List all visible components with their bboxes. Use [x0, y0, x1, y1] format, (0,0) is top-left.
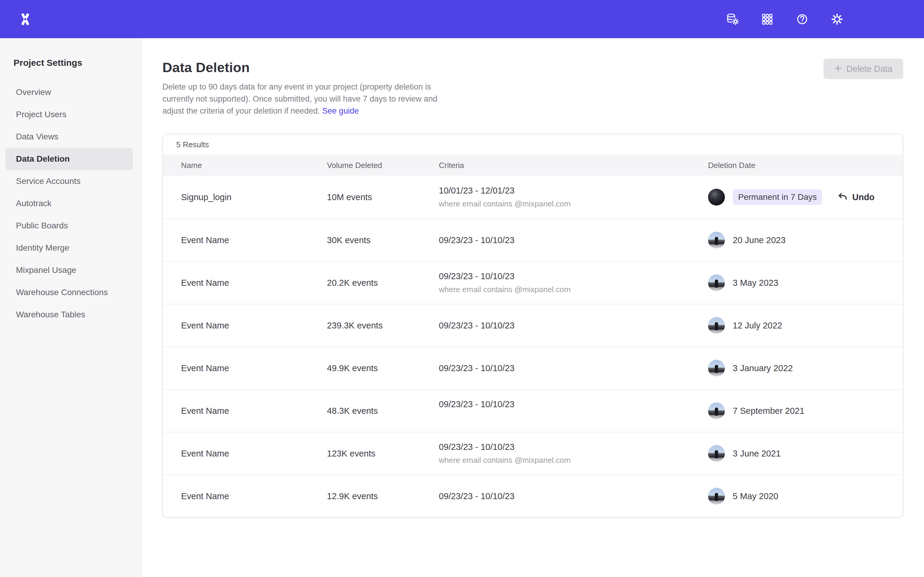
page-title: Data Deletion [162, 59, 924, 76]
description-line: adjust the criteria of your deletion if … [162, 105, 924, 117]
row-event-name: Event Name [181, 321, 327, 330]
sidebar-item-service-accounts[interactable]: Service Accounts [5, 170, 133, 192]
help-icon[interactable] [795, 12, 809, 26]
person-silhouette [715, 322, 718, 330]
avatar [708, 445, 725, 462]
row-criteria-range: 09/23/23 - 10/10/23 [439, 271, 515, 281]
project-settings-sidebar: Project Settings OverviewProject UsersDa… [0, 38, 141, 577]
row-event-name: Event Name [181, 449, 327, 459]
sidebar-item-public-boards[interactable]: Public Boards [5, 214, 133, 237]
row-criteria-range: 09/23/23 - 10/10/23 [439, 235, 515, 245]
sidebar-item-warehouse-tables[interactable]: Warehouse Tables [5, 303, 133, 326]
row-criteria: 09/23/23 - 10/10/23 where email contains… [439, 442, 708, 465]
deletion-date-text: 20 June 2023 [733, 235, 786, 245]
row-criteria-range: 09/23/23 - 10/10/23 [439, 442, 515, 452]
avatar [708, 488, 725, 504]
person-silhouette [715, 493, 718, 501]
description-line: Delete up to 90 days data for any event … [162, 81, 924, 93]
row-volume-deleted: 12.9K events [327, 492, 439, 501]
row-volume-deleted: 239.3K events [327, 321, 439, 330]
undo-button[interactable]: Undo [838, 192, 874, 202]
row-volume-deleted: 49.9K events [327, 363, 439, 373]
deletion-date-text: 3 May 2023 [733, 278, 779, 288]
row-deletion-date: 3 January 2022 [708, 360, 903, 377]
undo-label: Undo [852, 192, 874, 202]
row-volume-deleted: 10M events [327, 192, 439, 202]
row-deletion-date: 20 June 2023 [708, 232, 903, 248]
sidebar-item-warehouse-connections[interactable]: Warehouse Connections [5, 281, 133, 303]
row-deletion-date: 12 July 2022 [708, 317, 903, 334]
sidebar-item-autotrack[interactable]: Autotrack [5, 192, 133, 214]
avatar [708, 232, 725, 248]
topbar-icon-group [725, 0, 844, 38]
table-row: Event Name 20.2K events 09/23/23 - 10/10… [163, 261, 903, 304]
status-badge: Permanent in 7 Days [733, 189, 822, 205]
row-criteria: 09/23/23 - 10/10/23 [439, 321, 708, 330]
row-deletion-date: 3 May 2023 [708, 274, 903, 291]
row-event-name: Event Name [181, 363, 327, 373]
row-deletion-date: 5 May 2020 [708, 488, 903, 504]
table-row: Signup_login 10M events 10/01/23 - 12/01… [163, 176, 903, 219]
row-criteria: 10/01/23 - 12/01/23 where email contains… [439, 186, 708, 209]
column-header-deletion-date: Deletion Date [708, 161, 903, 170]
sidebar-item-project-users[interactable]: Project Users [5, 103, 133, 126]
page-description: Delete up to 90 days data for any event … [162, 81, 924, 117]
apps-grid-icon[interactable] [760, 12, 774, 26]
row-criteria-range: 09/23/23 - 10/10/23 [439, 363, 515, 373]
sidebar-item-identity-merge[interactable]: Identity Merge [5, 237, 133, 259]
avatar [708, 360, 725, 377]
column-header-criteria: Criteria [439, 161, 708, 170]
undo-icon [838, 192, 848, 202]
delete-data-button[interactable]: + Delete Data [824, 59, 903, 79]
row-criteria-filter: where email contains @mixpanel.com [439, 455, 570, 465]
avatar [708, 402, 725, 419]
sidebar-title: Project Settings [13, 57, 141, 68]
avatar [708, 274, 725, 291]
row-criteria: 09/23/23 - 10/10/23 [439, 363, 708, 373]
row-event-name: Event Name [181, 235, 327, 245]
sidebar-item-data-views[interactable]: Data Views [5, 126, 133, 148]
table-row: Event Name 49.9K events 09/23/23 - 10/10… [163, 347, 903, 389]
table-header-row: Name Volume Deleted Criteria Deletion Da… [163, 155, 903, 176]
delete-data-button-label: Delete Data [846, 64, 892, 74]
row-criteria-filter: where email contains @mixpanel.com [439, 284, 570, 295]
row-criteria: 09/23/23 - 10/10/23 [439, 400, 708, 422]
row-deletion-date: 7 September 2021 [708, 402, 903, 419]
row-volume-deleted: 30K events [327, 235, 439, 245]
row-criteria-filter: where email contains @mixpanel.com [439, 199, 570, 209]
table-row: Event Name 123K events 09/23/23 - 10/10/… [163, 432, 903, 474]
person-silhouette [715, 450, 718, 458]
row-volume-deleted: 123K events [327, 449, 439, 459]
row-event-name: Event Name [181, 278, 327, 288]
deletion-date-text: 3 June 2021 [733, 449, 781, 459]
description-line: currently not supported). Once submitted… [162, 93, 924, 105]
avatar [708, 317, 725, 334]
row-event-name: Signup_login [181, 192, 327, 202]
column-header-volume-deleted: Volume Deleted [327, 161, 439, 170]
deletion-date-text: 3 January 2022 [733, 363, 793, 373]
row-criteria-range: 09/23/23 - 10/10/23 [439, 400, 515, 409]
mixpanel-logo-icon[interactable] [18, 12, 32, 26]
main-content: Data Deletion Delete up to 90 days data … [141, 38, 924, 577]
row-deletion-date: 3 June 2021 [708, 445, 903, 462]
deletion-requests-card: 5 Results Name Volume Deleted Criteria D… [162, 134, 903, 518]
sidebar-item-overview[interactable]: Overview [5, 81, 133, 103]
column-header-name: Name [181, 161, 327, 170]
sidebar-item-mixpanel-usage[interactable]: Mixpanel Usage [5, 259, 133, 281]
database-gear-icon[interactable] [725, 12, 739, 26]
settings-gear-icon[interactable] [830, 12, 844, 26]
person-silhouette [715, 279, 718, 288]
sidebar-nav: OverviewProject UsersData ViewsData Dele… [0, 81, 141, 326]
row-criteria-range: 09/23/23 - 10/10/23 [439, 321, 515, 330]
sidebar-item-data-deletion[interactable]: Data Deletion [5, 148, 133, 170]
plus-icon: + [834, 62, 841, 74]
see-guide-link[interactable]: See guide [322, 106, 359, 115]
table-body: Signup_login 10M events 10/01/23 - 12/01… [163, 176, 903, 517]
table-row: Event Name 30K events 09/23/23 - 10/10/2… [163, 219, 903, 261]
deletion-date-text: 12 July 2022 [733, 321, 782, 330]
row-criteria-range: 10/01/23 - 12/01/23 [439, 186, 515, 196]
person-silhouette [715, 237, 718, 245]
row-event-name: Event Name [181, 492, 327, 501]
row-criteria: 09/23/23 - 10/10/23 [439, 235, 708, 245]
table-row: Event Name 48.3K events 09/23/23 - 10/10… [163, 389, 903, 432]
